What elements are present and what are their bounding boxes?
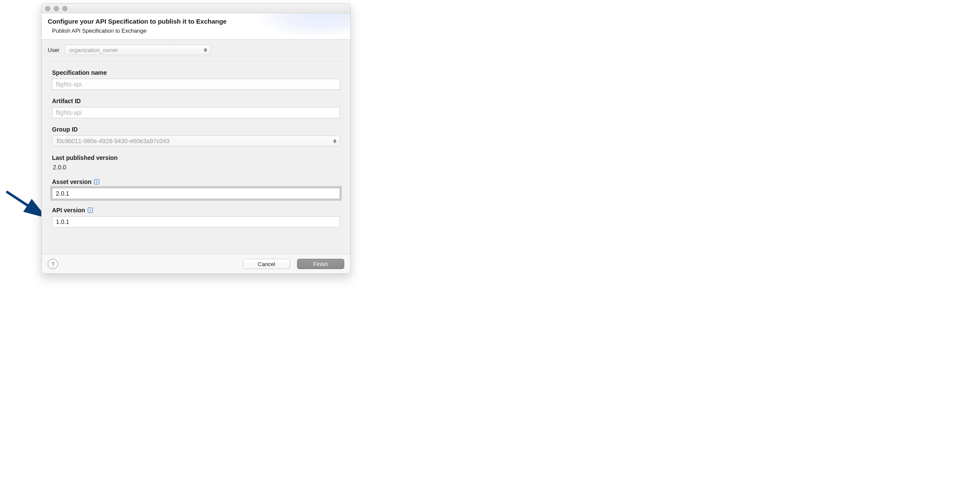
chevron-updown-icon xyxy=(203,47,208,53)
user-row: User organization_owner xyxy=(48,45,344,61)
artifact-id-label: Artifact ID xyxy=(52,98,340,104)
info-icon[interactable]: i xyxy=(88,208,93,213)
dialog-header: Configure your API Specification to publ… xyxy=(42,13,350,40)
dialog-footer: ? Cancel Finish xyxy=(42,254,350,273)
api-version-label: API version i xyxy=(52,207,340,214)
form: Specification name Artifact ID Group ID … xyxy=(48,69,344,251)
user-select-value: organization_owner xyxy=(69,47,118,53)
artifact-id-input[interactable] xyxy=(52,107,340,118)
dialog-body: User organization_owner Specification na… xyxy=(42,40,350,254)
group-id-value: f0c9b011-980e-4928-9430-e60e3a97c043 xyxy=(57,138,169,144)
finish-button[interactable]: Finish xyxy=(297,259,344,269)
field-group-id: Group ID f0c9b011-980e-4928-9430-e60e3a9… xyxy=(52,126,340,147)
last-published-label: Last published version xyxy=(52,154,340,161)
zoom-icon[interactable] xyxy=(62,6,67,11)
field-last-published: Last published version 2.0.0 xyxy=(52,154,340,171)
dialog-subtitle: Publish API Specification to Exchange xyxy=(48,28,344,34)
chevron-updown-icon xyxy=(333,138,337,144)
group-id-select[interactable]: f0c9b011-980e-4928-9430-e60e3a97c043 xyxy=(52,135,340,147)
close-icon[interactable] xyxy=(45,6,50,11)
api-version-input[interactable] xyxy=(52,216,340,227)
field-asset-version: Asset version i xyxy=(52,178,340,199)
field-spec-name: Specification name xyxy=(52,69,340,90)
info-icon[interactable]: i xyxy=(94,179,99,184)
dialog-title: Configure your API Specification to publ… xyxy=(48,18,344,25)
publish-dialog: Configure your API Specification to publ… xyxy=(41,3,351,274)
spec-name-label: Specification name xyxy=(52,69,340,76)
last-published-value: 2.0.0 xyxy=(52,164,340,171)
group-id-label: Group ID xyxy=(52,126,340,133)
user-label: User xyxy=(48,47,59,53)
cancel-button[interactable]: Cancel xyxy=(243,259,290,269)
minimize-icon[interactable] xyxy=(54,6,59,11)
window-titlebar xyxy=(42,4,350,13)
asset-version-label: Asset version i xyxy=(52,178,340,185)
footer-buttons: Cancel Finish xyxy=(243,259,344,269)
user-select[interactable]: organization_owner xyxy=(64,45,211,55)
help-button[interactable]: ? xyxy=(48,259,58,269)
field-api-version: API version i xyxy=(52,207,340,227)
asset-version-input[interactable] xyxy=(52,188,340,199)
field-artifact-id: Artifact ID xyxy=(52,98,340,118)
spec-name-input[interactable] xyxy=(52,79,340,90)
